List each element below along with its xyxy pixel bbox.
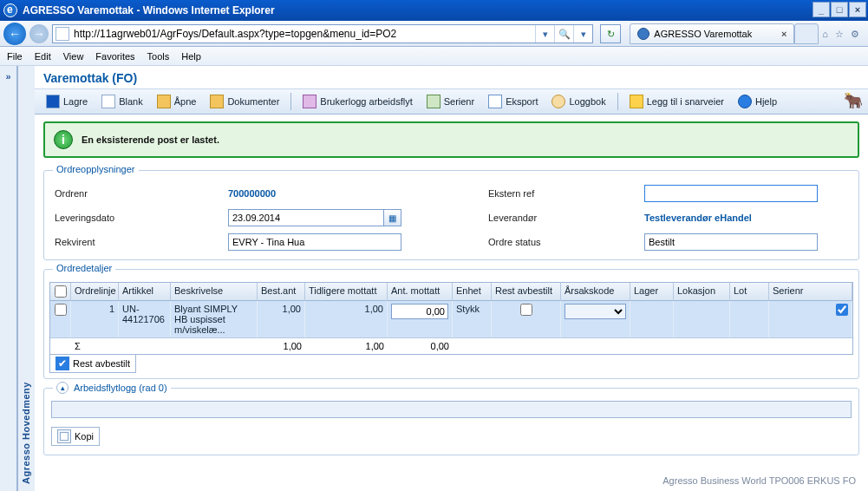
rest-avbestilt-button[interactable]: ✔ Rest avbestilt [49,355,136,373]
menu-file[interactable]: File [7,51,23,62]
section-legend-workflow[interactable]: ▴ Arbeidsflytlogg (rad 0) [53,382,171,394]
col-enhet[interactable]: Enhet [453,283,492,301]
collapse-icon[interactable]: ▴ [56,382,69,394]
new-tab-button[interactable] [794,23,819,44]
section-legend-details: Ordredetaljer [53,263,115,273]
value-leverandor[interactable]: Testleverandør eHandel [644,213,835,223]
app-toolbar: Lagre Blank Åpne Dokumenter Brukerlogg a… [35,89,868,115]
minimize-button[interactable]: _ [813,2,830,17]
favorites-icon[interactable]: ☆ [835,29,844,40]
col-arsakskode[interactable]: Årsakskode [561,283,630,301]
table-header-row: Ordrelinje Artikkel Beskrivelse Best.ant… [50,283,852,301]
search-dropdown[interactable]: ▾ [573,25,592,43]
address-bar[interactable]: ▾ 🔍 ▾ [52,24,593,43]
cell-ordrelinje: 1 [71,301,119,337]
serial-icon [427,95,441,108]
leveringsdato-input[interactable] [228,209,384,226]
check-icon: ✔ [55,357,69,370]
col-rest-avbestilt[interactable]: Rest avbestilt [492,283,561,301]
nav-back-button[interactable]: ← [3,23,26,45]
table-row[interactable]: 1 UN-44121706 Blyant SIMPLY HB uspisset … [50,301,852,337]
row-select-checkbox[interactable] [55,304,67,316]
rest-avbestilt-checkbox[interactable] [520,304,532,316]
page-title: Varemottak (FO) [35,66,868,89]
bull-logo-icon: 🐂 [844,91,863,110]
menu-edit[interactable]: Edit [35,51,51,62]
section-legend-order: Ordreopplysninger [53,164,139,174]
browser-right-icons: ⌂ ☆ ⚙ [822,29,865,40]
save-icon [46,95,60,108]
serienr-button[interactable]: Serienr [421,92,480,111]
label-leveringsdato: Leveringsdato [55,213,228,223]
ekstern-ref-input[interactable] [644,185,818,202]
toolbar-separator [617,93,618,110]
value-ordrenr[interactable]: 700000000 [228,188,410,199]
sidebar-toggle[interactable]: » [0,66,17,491]
col-lot[interactable]: Lot [730,283,769,301]
col-artikkel[interactable]: Artikkel [119,283,171,301]
col-serienr[interactable]: Serienr [769,283,852,301]
cell-tidligere: 1,00 [305,301,388,337]
calendar-icon[interactable]: ▦ [384,209,401,226]
col-tidligere[interactable]: Tidligere mottatt [305,283,388,301]
ordreopplysninger-section: Ordreopplysninger Ordrenr 700000000 Ekst… [43,170,859,260]
rekvirent-input[interactable] [228,233,401,251]
label-rekvirent: Rekvirent [55,237,228,247]
brukerlogg-button[interactable]: Brukerlogg arbeidsflyt [297,92,418,111]
blank-icon [101,95,115,108]
copy-icon [57,429,71,443]
menu-tools[interactable]: Tools [147,51,170,62]
close-window-button[interactable]: × [849,2,866,17]
kopi-button[interactable]: Kopi [51,427,100,446]
window-controls: _ □ × [813,2,866,17]
label-ordrenr: Ordrenr [55,188,228,199]
browser-tab-active[interactable]: AGRESSO Varemottak × [630,23,794,44]
nav-forward-button[interactable]: → [29,24,49,43]
workflow-log-box[interactable] [51,401,852,418]
folder-open-icon [157,95,171,108]
col-beskrivelse[interactable]: Beskrivelse [171,283,258,301]
menu-favorites[interactable]: Favorites [95,51,134,62]
col-best-ant[interactable]: Best.ant [258,283,305,301]
select-all-checkbox[interactable] [55,285,67,298]
tools-icon[interactable]: ⚙ [851,29,859,40]
col-ordrelinje[interactable]: Ordrelinje [71,283,119,301]
menu-help[interactable]: Help [181,51,201,62]
url-input[interactable] [72,25,535,43]
search-icon[interactable]: 🔍 [554,25,573,43]
ie-icon [3,3,17,17]
cell-artikkel: UN-44121706 [119,301,171,337]
sum-symbol: Σ [71,338,119,354]
window-title: AGRESSO Varemottak - Windows Internet Ex… [23,4,275,16]
serienr-checkbox[interactable] [836,304,848,316]
ant-mottatt-input[interactable] [391,304,448,319]
menu-view[interactable]: View [63,51,84,62]
export-icon [488,95,502,108]
ordre-status-input[interactable] [644,233,818,251]
sidebar-hovedmeny[interactable]: Agresso Hovedmeny [17,66,35,491]
sidebar-label: Agresso Hovedmeny [21,382,31,484]
logbook-icon [551,95,565,108]
browser-navbar: ← → ▾ 🔍 ▾ ↻ AGRESSO Varemottak × ⌂ ☆ ⚙ [0,21,868,47]
apne-button[interactable]: Åpne [151,92,203,111]
label-ordre-status: Ordre status [488,237,644,247]
content-area: Varemottak (FO) Lagre Blank Åpne Dokumen… [35,66,868,491]
hjelp-button[interactable]: Hjelp [732,92,783,111]
tab-close-icon[interactable]: × [781,29,786,39]
cell-lot [730,301,769,337]
maximize-button[interactable]: □ [831,2,848,17]
arsakskode-select[interactable] [565,304,626,319]
dokumenter-button[interactable]: Dokumenter [204,92,285,111]
eksport-button[interactable]: Eksport [482,92,544,111]
loggbok-button[interactable]: Loggbok [545,92,611,111]
browser-menubar: File Edit View Favorites Tools Help [0,47,868,66]
home-icon[interactable]: ⌂ [822,29,828,40]
col-ant-mottatt[interactable]: Ant. mottatt [388,283,453,301]
col-lokasjon[interactable]: Lokasjon [674,283,730,301]
col-lager[interactable]: Lager [630,283,674,301]
lagre-button[interactable]: Lagre [40,92,94,111]
snarveier-button[interactable]: Legg til i snarveier [623,92,730,111]
url-dropdown[interactable]: ▾ [535,25,554,43]
blank-button[interactable]: Blank [95,92,149,111]
refresh-button[interactable]: ↻ [600,24,621,43]
